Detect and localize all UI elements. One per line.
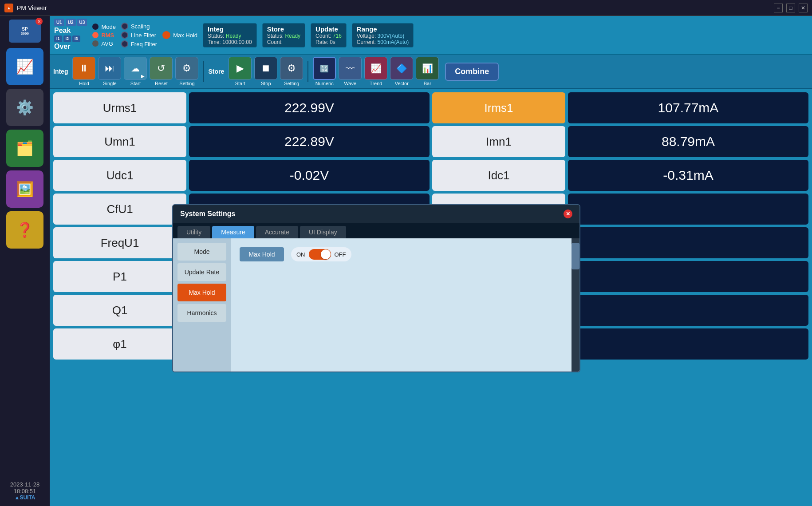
cfu1-label[interactable]: CfU1 <box>53 194 186 225</box>
channel-badges-top: U1 U2 U3 <box>54 19 87 26</box>
ch-i3[interactable]: I3 <box>72 36 80 43</box>
tab-measure[interactable]: Measure <box>212 226 254 238</box>
max-hold-toggle[interactable]: ON OFF <box>291 247 351 261</box>
reset-icon: ↺ <box>150 57 173 80</box>
system-settings-dialog: System Settings ✕ Utility Measure Accura… <box>172 204 580 372</box>
sidebar-item-layers[interactable]: 🗂️ <box>6 130 43 167</box>
range-current-value: 500mA(Auto) <box>378 39 409 45</box>
freq-filter-dot[interactable] <box>121 40 128 47</box>
store-info: Status: Ready Count: <box>267 33 300 45</box>
mode-toggle[interactable] <box>92 24 99 30</box>
sidebar-logo: ✕ SP 3000 <box>9 20 41 43</box>
q1-label[interactable]: Q1 <box>53 295 186 326</box>
integ-setting-button[interactable]: ⚙ Setting <box>175 57 198 86</box>
toggle-off-label: OFF <box>335 251 346 258</box>
imn1-label[interactable]: Imn1 <box>432 126 565 157</box>
p1-label[interactable]: P1 <box>53 261 186 292</box>
ch-i2[interactable]: I2 <box>63 36 71 43</box>
dialog-nav: Mode Update Rate Max Hold Harmonics <box>173 238 231 372</box>
toggle-thumb <box>321 249 331 259</box>
tab-ui-display[interactable]: UI Display <box>300 226 346 238</box>
udc1-label[interactable]: Udc1 <box>53 160 186 191</box>
hold-button[interactable]: ⏸ Hold <box>72 57 95 86</box>
max-hold-setting-row: Max Hold ON OFF <box>240 247 563 261</box>
ch-u3[interactable]: U3 <box>77 19 87 26</box>
dialog-content: Max Hold ON OFF <box>231 238 572 372</box>
frequ1-label[interactable]: FreqU1 <box>53 227 186 258</box>
integ-start-button[interactable]: ☁ ▶ Start <box>124 57 147 86</box>
sidebar-item-help[interactable]: ❓ <box>6 211 43 249</box>
urms1-label[interactable]: Urms1 <box>53 92 186 123</box>
stop-button[interactable]: ⏹ Stop <box>254 57 277 86</box>
ch-u2[interactable]: U2 <box>66 19 76 26</box>
sidebar-logo-text: SP 3000 <box>21 27 29 36</box>
sidebar-item-display[interactable]: 🖼️ <box>6 170 43 208</box>
phi1-label[interactable]: φ1 <box>53 328 186 360</box>
numeric-button[interactable]: 🔢 Numeric <box>313 57 336 86</box>
vector-icon: 🔷 <box>390 57 413 80</box>
range-voltage-label: Voltage: <box>357 33 376 39</box>
idc1-label[interactable]: Idc1 <box>432 160 565 191</box>
udc1-value: -0.02V <box>189 160 430 191</box>
reset-label: Reset <box>155 81 168 86</box>
max-hold-label: Max Hold <box>173 32 197 39</box>
vector-button[interactable]: 🔷 Vector <box>390 57 413 86</box>
single-button[interactable]: ⏭ Single <box>98 57 121 86</box>
trend-button[interactable]: 📈 Trend <box>364 57 387 86</box>
scrollbar-thumb[interactable] <box>572 243 579 269</box>
hold-icon: ⏸ <box>72 57 95 80</box>
update-section: Update Count: 716 Rate: 0s <box>311 23 347 47</box>
scaling-dot[interactable] <box>121 23 128 30</box>
mode-label: Mode <box>101 24 116 30</box>
umn1-value: 222.89V <box>189 126 430 157</box>
sidebar-item-settings[interactable]: ⚙️ <box>6 89 43 126</box>
wave-button[interactable]: 〰 Wave <box>339 57 362 86</box>
dialog-scrollbar[interactable] <box>572 238 579 372</box>
sidebar-item-waveform[interactable]: 📈 <box>6 48 43 85</box>
range-voltage-value: 300V(Auto) <box>378 33 405 39</box>
nav-harmonics[interactable]: Harmonics <box>177 304 226 322</box>
store-setting-button[interactable]: ⚙ Setting <box>280 57 303 86</box>
store-start-icon: ▶ <box>229 57 252 80</box>
store-start-button[interactable]: ▶ Start <box>229 57 252 86</box>
close-button[interactable]: ✕ <box>799 4 808 12</box>
layers-icon: 🗂️ <box>16 140 34 157</box>
max-hold-setting-label: Max Hold <box>240 247 284 261</box>
bar-button[interactable]: 📊 Bar <box>416 57 439 86</box>
integ-time-line: Time: 10000:00:00 <box>208 39 252 45</box>
tab-accurate[interactable]: Accurate <box>256 226 298 238</box>
nav-update-rate[interactable]: Update Rate <box>177 263 226 281</box>
vector-label: Vector <box>395 81 409 86</box>
nav-mode[interactable]: Mode <box>177 243 226 261</box>
top-toolbar: U1 U2 U3 Peak I1 I2 I3 Over <box>50 16 812 55</box>
range-section: Range Voltage: 300V(Auto) Current: 500mA… <box>352 23 414 47</box>
nav-max-hold[interactable]: Max Hold <box>177 284 226 301</box>
integ-setting-label: Setting <box>179 81 194 86</box>
ch-i1[interactable]: I1 <box>54 36 62 43</box>
maximize-button[interactable]: □ <box>786 4 795 12</box>
irms1-label[interactable]: Irms1 <box>432 92 565 123</box>
max-hold-dot[interactable] <box>162 31 170 39</box>
update-title: Update <box>315 25 342 33</box>
integ-setting-icon: ⚙ <box>175 57 198 80</box>
minimize-button[interactable]: − <box>774 4 783 12</box>
empty-value-5 <box>568 328 808 360</box>
waveform-icon: 📈 <box>16 58 34 75</box>
dialog-header: System Settings ✕ <box>173 205 579 223</box>
toggle-track[interactable] <box>309 249 331 260</box>
line-filter-dot[interactable] <box>121 32 128 39</box>
ch-u1[interactable]: U1 <box>54 19 64 26</box>
single-icon: ⏭ <box>98 57 121 80</box>
umn1-label[interactable]: Umn1 <box>53 126 186 157</box>
reset-button[interactable]: ↺ Reset <box>150 57 173 86</box>
avg-row: AVG <box>92 40 116 47</box>
channel-badges-bot: I1 I2 I3 <box>54 36 80 43</box>
dialog-close-button[interactable]: ✕ <box>564 210 572 218</box>
peak-label: Peak <box>54 26 71 36</box>
combine-button[interactable]: Combine <box>445 63 499 81</box>
second-toolbar: Integ ⏸ Hold ⏭ Single ☁ ▶ Start <box>50 55 812 89</box>
integ-start-label: Start <box>130 81 141 86</box>
tab-utility[interactable]: Utility <box>177 226 210 238</box>
range-title: Range <box>357 25 409 33</box>
date-display: 2023-11-28 18:08:51 <box>10 481 40 494</box>
